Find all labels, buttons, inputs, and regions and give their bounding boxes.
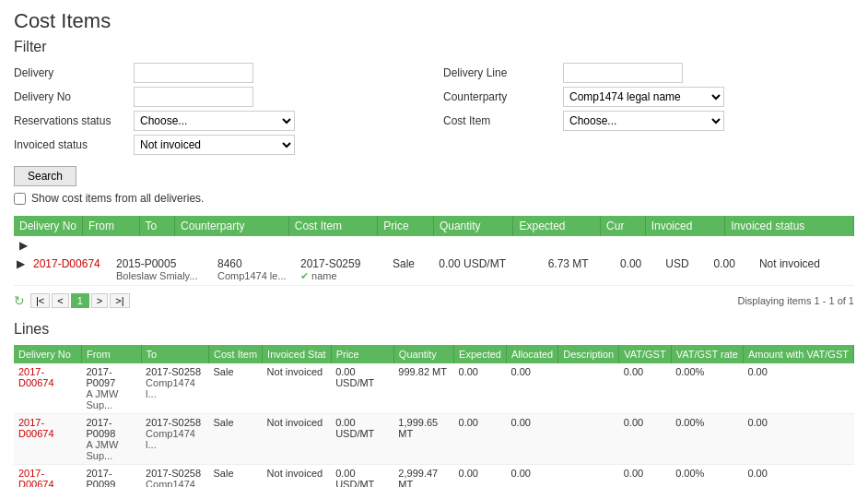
- delivery-line-row: Delivery Line: [443, 63, 854, 83]
- lines-cell-vat-gst-rate: 0.00%: [671, 363, 743, 414]
- cost-items-header-row: Delivery No From To Counterparty Cost It…: [14, 216, 854, 236]
- lines-cell-allocated: 0.00: [506, 465, 557, 488]
- lines-cell-description: [558, 465, 619, 488]
- lines-cell-cost-item: Sale: [209, 465, 263, 488]
- lines-col-expected: Expected: [454, 345, 507, 363]
- cell-invoiced-status-val: Not invoiced: [754, 255, 854, 286]
- page-info: Displaying items 1 - 1 of 1: [737, 295, 854, 306]
- filter-left-column: Delivery Delivery No Reservations status…: [14, 63, 425, 159]
- lines-cell-to: 2017-S0258 Comp1474 l...: [141, 414, 208, 465]
- cell-delivery-no: 2017-D00674: [28, 255, 111, 286]
- lines-cell-from: 2017-P0097 A JMW Sup...: [81, 363, 141, 414]
- lines-col-quantity: Quantity: [393, 345, 453, 363]
- show-all-label: Show cost items from all deliveries.: [31, 192, 204, 205]
- cell-invoiced-val: 0.00: [709, 255, 754, 286]
- cell-quantity-val: 6.73 MT: [543, 255, 615, 286]
- lines-cell-vat-gst-rate: 0.00%: [671, 414, 743, 465]
- pagination-controls: |< < 1 > >|: [30, 293, 130, 308]
- col-cur: Cur: [601, 216, 646, 236]
- cost-items-data-table: ▶ 2017-D00674 2015-P0005 Boleslaw Smialy…: [14, 255, 854, 286]
- lines-cell-quantity: 2,999.47 MT: [393, 465, 453, 488]
- counterparty-select[interactable]: Comp1474 legal name: [563, 87, 724, 107]
- lines-cell-to: 2017-S0258 Comp1474 l...: [141, 465, 208, 488]
- cell-to: 8460 Comp1474 le...: [212, 255, 295, 286]
- lines-cell-price: 0.00 USD/MT: [331, 465, 393, 488]
- cell-from: 2015-P0005 Boleslaw Smialy...: [111, 255, 212, 286]
- filter-grid: Delivery Delivery No Reservations status…: [14, 63, 854, 159]
- delivery-no-input[interactable]: [134, 87, 253, 107]
- lines-header-row: Delivery No From To Cost Item Invoiced S…: [14, 345, 854, 363]
- row-expander[interactable]: ▶: [14, 255, 28, 286]
- lines-cell-invoiced-stat: Not invoiced: [263, 414, 332, 465]
- counterparty-row: Counterparty Comp1474 legal name: [443, 87, 854, 107]
- cell-counterparty: 2017-S0259 ✔ name: [295, 255, 387, 286]
- cost-items-section: Delivery No From To Counterparty Cost It…: [14, 216, 854, 312]
- lines-col-to: To: [141, 345, 208, 363]
- lines-cell-vat-gst: 0.00: [619, 414, 671, 465]
- counterparty-label: Counterparty: [443, 90, 563, 103]
- col-delivery-no: Delivery No: [14, 216, 83, 236]
- delivery-label: Delivery: [14, 66, 134, 79]
- lines-cell-quantity: 1,999.65 MT: [393, 414, 453, 465]
- check-icon: ✔: [300, 270, 309, 281]
- invoiced-status-select[interactable]: Not invoiced: [134, 135, 295, 155]
- lines-cell-amount-vat: 0.00: [743, 363, 853, 414]
- invoiced-status-label: Invoiced status: [14, 138, 134, 151]
- lines-delivery-link[interactable]: 2017-D00674: [18, 366, 54, 388]
- lines-heading: Lines: [14, 321, 854, 338]
- lines-cell-expected: 0.00: [454, 414, 507, 465]
- lines-cell-delivery-no: 2017-D00674: [14, 414, 81, 465]
- lines-delivery-link[interactable]: 2017-D00674: [18, 417, 54, 439]
- lines-col-vat-gst: VAT/GST: [619, 345, 671, 363]
- lines-cell-cost-item: Sale: [209, 414, 263, 465]
- lines-delivery-link[interactable]: 2017-D00674: [18, 468, 54, 487]
- lines-table-row: 2017-D00674 2017-P0099 A JMW Sup... 2017…: [14, 465, 854, 488]
- lines-col-from: From: [81, 345, 141, 363]
- reservations-status-label: Reservations status: [14, 114, 134, 127]
- lines-cell-from: 2017-P0098 A JMW Sup...: [81, 414, 141, 465]
- lines-col-amount-vat: Amount with VAT/GST: [743, 345, 853, 363]
- cell-expected-val: 0.00: [615, 255, 660, 286]
- delivery-input[interactable]: [134, 63, 253, 83]
- delivery-no-link[interactable]: 2017-D00674: [33, 257, 100, 270]
- delivery-no-row: Delivery No: [14, 87, 425, 107]
- lines-cell-amount-vat: 0.00: [743, 414, 853, 465]
- col-from: From: [83, 216, 140, 236]
- delivery-line-input[interactable]: [563, 63, 683, 83]
- delivery-row: Delivery: [14, 63, 425, 83]
- lines-cell-vat-gst: 0.00: [619, 363, 671, 414]
- search-button[interactable]: Search: [14, 166, 76, 186]
- cell-cost-item-val: Sale: [387, 255, 433, 286]
- lines-cell-vat-gst-rate: 0.00%: [671, 465, 743, 488]
- prev-page-button[interactable]: <: [52, 293, 68, 308]
- to-line1: 8460: [217, 257, 289, 270]
- from-line1: 2015-P0005: [116, 257, 206, 270]
- reservations-status-select[interactable]: Choose...: [134, 111, 295, 131]
- col-counterparty: Counterparty: [175, 216, 289, 236]
- cell-cur-val: USD: [660, 255, 708, 286]
- filter-right-column: Delivery Line Counterparty Comp1474 lega…: [443, 63, 854, 159]
- expand-icon[interactable]: ▶: [19, 239, 28, 252]
- last-page-button[interactable]: >|: [110, 293, 129, 308]
- lines-cell-allocated: 0.00: [506, 414, 557, 465]
- table-row: ▶: [14, 236, 854, 255]
- lines-table-row: 2017-D00674 2017-P0097 A JMW Sup... 2017…: [14, 363, 854, 414]
- lines-cell-cost-item: Sale: [209, 363, 263, 414]
- cost-item-row-1: ▶ 2017-D00674 2015-P0005 Boleslaw Smialy…: [14, 255, 854, 286]
- show-all-row: Show cost items from all deliveries.: [14, 192, 854, 205]
- filter-heading: Filter: [14, 39, 854, 55]
- first-page-button[interactable]: |<: [30, 293, 50, 308]
- cost-item-label: Cost Item: [443, 114, 563, 127]
- lines-cell-quantity: 999.82 MT: [393, 363, 453, 414]
- lines-cell-allocated: 0.00: [506, 363, 557, 414]
- cell-price-val: 0.00 USD/MT: [433, 255, 542, 286]
- filter-section: Filter Delivery Delivery No Reservations…: [14, 39, 854, 205]
- col-to: To: [139, 216, 175, 236]
- cost-item-select[interactable]: Choose...: [563, 111, 724, 131]
- show-all-checkbox[interactable]: [14, 193, 26, 205]
- refresh-icon[interactable]: ↻: [14, 293, 25, 308]
- col-cost-item: Cost Item: [288, 216, 378, 236]
- next-page-button[interactable]: >: [91, 293, 108, 308]
- lines-cell-price: 0.00 USD/MT: [331, 363, 393, 414]
- lines-table-row: 2017-D00674 2017-P0098 A JMW Sup... 2017…: [14, 414, 854, 465]
